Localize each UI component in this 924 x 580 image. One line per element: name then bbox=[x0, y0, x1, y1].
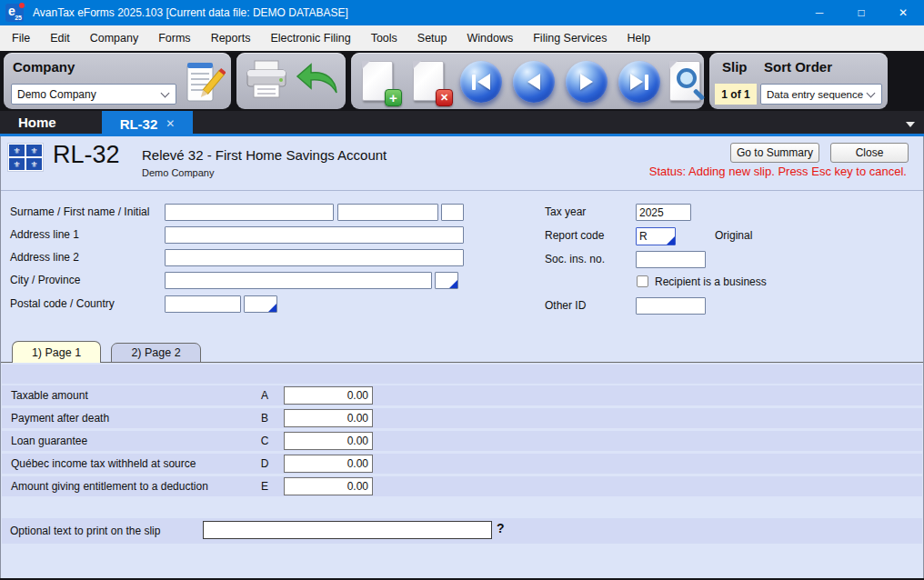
toolbar-slip-nav-group: + ✕ bbox=[351, 53, 704, 109]
amount-row-e: Amount giving entitlement to a deduction… bbox=[2, 476, 922, 496]
surname-input[interactable] bbox=[165, 204, 334, 221]
close-window-button[interactable]: ✕ bbox=[882, 0, 924, 25]
chevron-down-icon bbox=[867, 88, 876, 97]
tab-rl32[interactable]: RL-32 ✕ bbox=[102, 111, 193, 136]
form-area: ⚜ ⚜ ⚜ ⚜ RL-32 Relevé 32 - First Home Sav… bbox=[0, 136, 924, 578]
optional-text-input[interactable] bbox=[203, 521, 492, 539]
address2-input[interactable] bbox=[165, 249, 464, 266]
menu-filing-services[interactable]: Filing Services bbox=[523, 25, 617, 51]
amount-box-letter: B bbox=[258, 412, 271, 425]
lookup-corner-icon bbox=[449, 280, 457, 288]
report-code-label: Report code bbox=[545, 229, 604, 242]
lookup-corner-icon bbox=[667, 236, 675, 245]
menu-tools[interactable]: Tools bbox=[361, 25, 407, 51]
amount-row-b: Payment after death B bbox=[2, 408, 922, 428]
toolbar: Company Demo Company bbox=[0, 51, 924, 111]
country-lookup-field[interactable] bbox=[244, 295, 277, 313]
close-form-button[interactable]: Close bbox=[830, 143, 909, 163]
company-group-title: Company bbox=[13, 59, 75, 75]
window-controls: ─ □ ✕ bbox=[798, 0, 924, 25]
maximize-button[interactable]: □ bbox=[840, 0, 882, 25]
undo-icon[interactable] bbox=[295, 59, 340, 105]
last-slip-button[interactable] bbox=[618, 61, 660, 103]
amount-box-letter: A bbox=[258, 389, 271, 402]
menu-reports[interactable]: Reports bbox=[201, 25, 261, 51]
next-slip-button[interactable] bbox=[566, 61, 608, 103]
sort-order-select[interactable]: Data entry sequence bbox=[760, 84, 882, 105]
first-name-input[interactable] bbox=[337, 204, 438, 221]
amount-input-e[interactable] bbox=[284, 477, 373, 495]
optional-text-label: Optional text to print on the slip bbox=[10, 525, 160, 537]
sort-order-label: Sort Order bbox=[764, 59, 832, 75]
tab-overflow-icon[interactable] bbox=[906, 122, 915, 127]
amount-row-a: Taxable amount A bbox=[2, 385, 922, 405]
province-lookup-field[interactable] bbox=[435, 272, 458, 289]
amount-input-a[interactable] bbox=[284, 386, 373, 405]
amount-box-letter: D bbox=[258, 457, 271, 470]
sort-order-value: Data entry sequence bbox=[761, 89, 864, 100]
amount-row-c: Loan guarantee C bbox=[2, 431, 922, 451]
print-button[interactable] bbox=[242, 59, 291, 105]
menu-file[interactable]: File bbox=[2, 25, 40, 51]
address1-label: Address line 1 bbox=[10, 228, 79, 241]
edit-company-icon[interactable] bbox=[184, 59, 226, 105]
help-icon[interactable]: ? bbox=[497, 521, 505, 535]
first-slip-button[interactable] bbox=[460, 61, 502, 103]
app-icon: e 25 bbox=[5, 4, 24, 22]
menu-windows[interactable]: Windows bbox=[457, 25, 524, 51]
menu-bar: File Edit Company Forms Reports Electron… bbox=[0, 25, 924, 51]
magnifier-icon bbox=[677, 68, 697, 88]
previous-slip-button[interactable] bbox=[513, 61, 555, 103]
other-id-input[interactable] bbox=[636, 297, 706, 315]
other-id-label: Other ID bbox=[545, 299, 586, 312]
recipient-business-checkbox[interactable] bbox=[637, 275, 648, 287]
quebec-flag-icon: ⚜ ⚜ ⚜ ⚜ bbox=[8, 144, 43, 171]
menu-setup[interactable]: Setup bbox=[407, 25, 457, 51]
add-slip-button[interactable]: + bbox=[358, 59, 400, 105]
toolbar-company-group: Company Demo Company bbox=[4, 53, 231, 109]
form-company-name: Demo Company bbox=[142, 167, 214, 178]
menu-electronic-filing[interactable]: Electronic Filing bbox=[260, 25, 360, 51]
chevron-down-icon bbox=[161, 88, 170, 97]
lookup-corner-icon bbox=[268, 304, 276, 312]
minimize-button[interactable]: ─ bbox=[798, 0, 840, 25]
slip-count-badge: 1 of 1 bbox=[715, 84, 757, 105]
toolbar-print-group bbox=[236, 53, 346, 109]
initial-input[interactable] bbox=[441, 204, 464, 221]
amount-label: Amount giving entitlement to a deduction bbox=[11, 480, 208, 493]
sin-input[interactable] bbox=[636, 251, 706, 268]
page-tab-2[interactable]: 2) Page 2 bbox=[111, 343, 201, 363]
amount-label: Québec income tax withheld at source bbox=[11, 457, 196, 470]
delete-slip-button[interactable]: ✕ bbox=[409, 59, 451, 105]
amount-input-d[interactable] bbox=[284, 455, 373, 473]
tab-close-icon[interactable]: ✕ bbox=[166, 117, 175, 130]
application-window: e 25 AvanTax eForms 2025.103 [Current da… bbox=[0, 0, 924, 580]
tax-year-label: Tax year bbox=[545, 205, 586, 218]
amount-box-letter: E bbox=[258, 480, 271, 493]
page-tab-1[interactable]: 1) Page 1 bbox=[12, 341, 101, 363]
report-code-field[interactable]: R bbox=[636, 227, 676, 245]
amount-label: Loan guarantee bbox=[11, 435, 87, 447]
tax-year-input[interactable] bbox=[636, 204, 691, 221]
amount-label: Payment after death bbox=[11, 412, 109, 425]
go-to-summary-button[interactable]: Go to Summary bbox=[730, 143, 819, 163]
find-slip-button[interactable] bbox=[666, 59, 708, 105]
plus-icon: + bbox=[385, 89, 402, 106]
postal-code-input[interactable] bbox=[165, 295, 241, 313]
city-input[interactable] bbox=[165, 272, 432, 289]
amount-box-letter: C bbox=[258, 435, 271, 447]
company-select-value: Demo Company bbox=[12, 88, 158, 101]
form-code: RL-32 bbox=[53, 141, 120, 169]
company-select[interactable]: Demo Company bbox=[11, 84, 176, 105]
amount-input-b[interactable] bbox=[284, 409, 373, 427]
address1-input[interactable] bbox=[165, 226, 464, 244]
slip-label: Slip bbox=[722, 59, 748, 75]
amount-input-c[interactable] bbox=[284, 432, 373, 450]
menu-edit[interactable]: Edit bbox=[40, 25, 80, 51]
menu-company[interactable]: Company bbox=[80, 25, 149, 51]
page-tab-baseline bbox=[1, 362, 923, 363]
report-code-value: R bbox=[639, 230, 648, 243]
tab-home[interactable]: Home bbox=[18, 111, 56, 135]
menu-help[interactable]: Help bbox=[618, 25, 661, 51]
menu-forms[interactable]: Forms bbox=[148, 25, 200, 51]
